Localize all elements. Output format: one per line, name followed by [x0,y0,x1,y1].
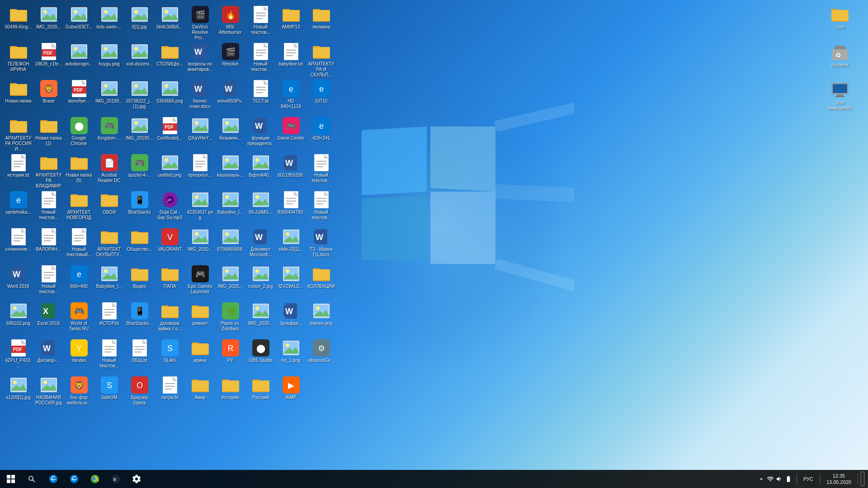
show-desktop-button[interactable] [861,472,864,486]
desktop-icon-row5_11[interactable]: ОБОИ [94,189,124,225]
desktop-icon-row10_6[interactable]: S SafeUM [94,374,124,410]
desktop-icon-row6_6[interactable]: Новый текстов... [307,189,336,225]
desktop-icon-row2_1[interactable]: PDF 18628_c1fe... [34,41,63,77]
desktop-icon-row9_10[interactable]: ирина [185,337,215,373]
desktop-icon-row9_4[interactable]: PDF 4ZPLf_P433... [4,337,33,373]
desktop-icon-row9_6[interactable]: Y Yandex [64,337,94,373]
desktop-icon-row2_6[interactable]: W вопросы по анкетиров... [185,41,215,77]
desktop-icon-row8_7[interactable]: 🎮 World of Tanks RU [64,300,94,336]
desktop-icon-row3_10[interactable]: АРХИТЕКТУРА РОССИЯ И... [4,115,33,151]
desktop-icon-row5_12[interactable]: 📱 BlueStacks [125,189,154,225]
desktop-icon-row1_2[interactable]: IMG_2020... [34,4,63,40]
desktop-icon-row6_2[interactable]: 42353637.png [185,189,215,225]
desktop-icon-row3_3[interactable]: 18738222_j... (1).jpg [125,78,154,114]
desktop-icon-row1_3[interactable]: Gubw3OET... [64,4,94,40]
desktop-icon-row8_10[interactable]: договора займа с о... [155,300,184,336]
desktop-icon-row4_4[interactable]: QXaVHeY... [185,115,215,151]
desktop-icon-row5_6[interactable]: W 6011955339... [276,152,306,188]
desktop-icon-row2_4[interactable]: xod-dvizeni... [125,41,154,77]
desktop-icon-row7_6[interactable]: W Word 2016 [4,263,33,299]
desktop-icon-row3_4[interactable]: 5363666.png [155,78,184,114]
desktop-icon-row8_4[interactable]: КОЛЛЕКЦИИ... [307,263,336,299]
taskbar-edge2[interactable] [64,470,84,488]
desktop-icon-row1_8[interactable]: 🔥 MSI Afterburner [216,4,245,40]
desktop-icon-row9_9[interactable]: S SLAN [155,337,184,373]
desktop-icon-row6_4[interactable]: 06-ZstMG... [246,189,275,225]
desktop-icon-row9_8[interactable]: ОБЩ.bt [125,337,154,373]
desktop-icon-row2_11[interactable]: Новая папка [4,78,33,114]
desktop-icon-row2_7[interactable]: 🎬 Resolve [216,41,245,77]
desktop-icon-row3_2[interactable]: IMG_20190... [94,78,124,114]
taskbar-settings[interactable] [127,470,146,488]
desktop-icon-row6_1[interactable]: ♪ Doja Cat - Say So.mp3 [155,189,184,225]
desktop-icon-row1_1[interactable]: 00499-King... [4,4,33,40]
desktop-icon-row3_5[interactable]: W бизнес план.docx [185,78,215,114]
desktop-icon-row1_7[interactable]: 🎬 DaVinci Resolve Pro... [185,4,215,40]
desktop-icon-row3_6[interactable]: W xmvx8SSPv... [216,78,245,114]
desktop-icon-row5_9[interactable]: Новый текстов... [34,189,63,225]
desktop-icon-row9_5[interactable]: W Договор-... [34,337,63,373]
desktop-icon-row10_1[interactable]: hd_1.png [276,337,306,373]
desktop-icon-r1[interactable]: User [817,4,863,40]
desktop-icon-row4_11[interactable]: Новая папка (5) [64,152,94,188]
desktop-icon-row5_7[interactable]: Новый текстов... [307,152,336,188]
desktop-icon-row10_4[interactable]: НАЗВАНИЯ РОССИЯ.jpg [34,374,63,410]
taskbar-chrome[interactable] [85,470,105,488]
desktop-icon-row6_11[interactable]: Общество... [125,226,154,262]
desktop-icon-row6_10[interactable]: АРХИТЕКТ СКУЛЬПТУ... [94,226,124,262]
desktop-icon-row3_11[interactable]: Новая папка (2) [34,115,63,151]
desktop-icon-row4_12[interactable]: 📄 Acrobat Reader DC [94,152,124,188]
desktop-icon-row7_8[interactable]: e 600×400 [64,263,94,299]
desktop-icon-row8_8[interactable]: ИСТОР.bt [94,300,124,336]
desktop-icon-row10_2[interactable]: ⚙ vibranceGe... [307,337,336,373]
desktop-icon-row10_8[interactable]: литра.bt [155,374,184,410]
desktop-icon-row6_3[interactable]: Babydive_I... [216,189,245,225]
desktop-icon-row9_7[interactable]: Новый текстов... [94,337,124,373]
desktop-icon-row8_12[interactable]: 🌿 Plants vs. Zombies [216,300,245,336]
desktop-icon-row4_6[interactable]: W функции президента... [246,115,275,151]
desktop-icon-row5_10[interactable]: АРХИТЕКТ НОВГОРОД [64,189,94,225]
desktop-icon-row5_8[interactable]: e santehnika... [4,189,33,225]
desktop-icon-row8_1[interactable]: IMG_2020... [216,263,245,299]
desktop-icon-row4_3[interactable]: PDF Certificate[... [155,115,184,151]
desktop-icon-row8_3[interactable]: fZVZWrLE... [276,263,306,299]
desktop-icon-row7_10[interactable]: Видео [125,263,154,299]
desktop-icon-row2_5[interactable]: СТОЛИЦЫ... [155,41,184,77]
desktop-icon-row7_9[interactable]: Babydive_I... [94,263,124,299]
desktop-icon-row1_12[interactable]: ТЕЛЕФОН ИРИНА [4,41,33,77]
desktop-icon-row6_9[interactable]: Новый текстовый... [64,226,94,262]
desktop-icon-row10_7[interactable]: O Браузер Opera [125,374,154,410]
desktop-icon-row10_10[interactable]: История [216,374,245,410]
desktop-icon-row10_5[interactable]: 🦁 бос-фор мебель.w... [64,374,94,410]
desktop-icon-row8_2[interactable]: russie_2.jpg [246,263,275,299]
desktop-icon-r2[interactable]: ♻ Корзина [817,42,863,78]
desktop-icon-row8_6[interactable]: X Excel 2016 [34,300,63,336]
desktop-icon-row9_3[interactable]: енкген.png [307,300,336,336]
desktop-icon-row6_8[interactable]: ВАЛОРАН... [34,226,63,262]
desktop-icon-row7_12[interactable]: 🎮 Epic Games Launcher [185,263,215,299]
start-button[interactable] [0,470,22,488]
desktop-icon-row3_7[interactable]: ТЕСТ.bt [246,78,275,114]
desktop-icon-row4_10[interactable]: АРХИТЕКТУРА ВЛАДИМИР [34,152,63,188]
desktop-icon-row3_1[interactable]: PDF волобуе... [64,78,94,114]
desktop-icon-row4_7[interactable]: 🎮 Game Center [276,115,306,151]
desktop-icon-row10_3[interactable]: s1200[1].jpg [4,374,33,410]
desktop-icon-row9_1[interactable]: IMG_2020... [246,300,275,336]
desktop-icon-row3_8[interactable]: e HD 840×1119 [276,78,306,114]
desktop-icon-row2_3[interactable]: huygu.png [94,41,124,77]
desktop-icon-row1_5[interactable]: 0[1].jpg [125,4,154,40]
chevron-up-icon[interactable] [758,475,765,483]
desktop-icon-row1_11[interactable]: лилиана [307,4,336,40]
desktop-icon-row1_4[interactable]: kids-swim-... [94,4,124,40]
desktop-icon-row2_8[interactable]: Новый текстов... [246,41,275,77]
desktop-icon-row10_11[interactable]: Русский [246,374,275,410]
search-button[interactable] [22,470,42,488]
desktop-icon-row7_1[interactable]: IMG_2020... [185,226,215,262]
desktop-icon-row7_7[interactable]: Новый текстов... [34,263,63,299]
desktop-icon-row4_1[interactable]: 🎮 Kingdom-... [94,115,124,151]
desktop-icon-row10_9[interactable]: Амир [185,374,215,410]
desktop-icon-row5_2[interactable]: untitled.png [155,152,184,188]
desktop-icon-row6_5[interactable]: 8300434793... [276,189,306,225]
taskbar-edge[interactable] [43,470,63,488]
desktop-icon-row5_5[interactable]: BqbmA40... [246,152,275,188]
